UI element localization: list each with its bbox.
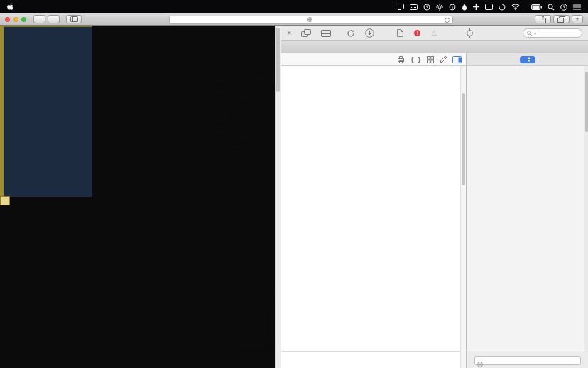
show-source-icon[interactable]: { } bbox=[410, 56, 421, 63]
filter-icon bbox=[477, 357, 483, 368]
close-window-button[interactable] bbox=[5, 17, 10, 22]
inspector-toolbar: × ! △ bbox=[281, 26, 588, 41]
web-inspector: × ! △ bbox=[281, 26, 588, 368]
wave-line bbox=[0, 200, 92, 281]
plus-shape bbox=[0, 283, 92, 360]
grid-box-red bbox=[232, 200, 275, 237]
plus-icon[interactable] bbox=[473, 4, 479, 10]
zigzag-box bbox=[189, 26, 275, 197]
grid-box-cyan-dot bbox=[189, 283, 229, 360]
minimize-window-button[interactable] bbox=[13, 17, 18, 22]
page-scrollbar-thumb[interactable] bbox=[276, 28, 280, 92]
sidebar-switcher bbox=[466, 53, 588, 66]
styles-filter-bar bbox=[467, 352, 588, 368]
screen: + bbox=[0, 0, 588, 368]
dom-tree-pane bbox=[281, 66, 466, 368]
clock-icon[interactable] bbox=[560, 4, 567, 11]
warning-count-badge[interactable]: △ bbox=[431, 30, 438, 36]
zigzag-lines bbox=[189, 26, 275, 197]
styles-rules bbox=[467, 66, 584, 352]
crosses-box bbox=[0, 283, 92, 360]
concentric-squares bbox=[232, 283, 275, 360]
inspector-search-field[interactable]: ▾ bbox=[523, 28, 582, 38]
styles-scrollbar-thumb[interactable] bbox=[585, 72, 588, 132]
close-inspector-button[interactable]: × bbox=[287, 29, 291, 37]
web-page-view bbox=[0, 26, 281, 368]
reload-page-icon[interactable] bbox=[347, 29, 355, 38]
details-sidebar-toggle-icon[interactable] bbox=[452, 56, 462, 63]
gear-icon[interactable] bbox=[436, 4, 443, 11]
sidebar-toggle-button[interactable] bbox=[66, 15, 82, 23]
dom-scrollbar-thumb[interactable] bbox=[462, 93, 465, 185]
display-icon[interactable] bbox=[396, 4, 404, 10]
inspector-nav-row: { } bbox=[281, 53, 588, 66]
title-box bbox=[95, 26, 186, 109]
grid-box-yellow bbox=[232, 239, 275, 280]
quick-console[interactable] bbox=[281, 351, 460, 362]
content-view-buttons: { } bbox=[397, 56, 462, 63]
dots-box bbox=[95, 112, 186, 197]
toolbar-right-buttons: + bbox=[535, 15, 583, 23]
element-highlight-tooltip bbox=[0, 196, 10, 205]
download-page-icon[interactable] bbox=[365, 28, 374, 38]
address-bar[interactable] bbox=[169, 16, 453, 24]
styles-sidebar bbox=[466, 66, 588, 368]
grid-box-purple bbox=[189, 239, 229, 280]
styles-tab-chevrons-icon bbox=[528, 57, 530, 62]
spotlight-icon[interactable] bbox=[548, 4, 555, 11]
grid-view-icon[interactable] bbox=[427, 56, 434, 63]
inspector-body bbox=[281, 66, 588, 368]
list-icon[interactable] bbox=[573, 4, 581, 10]
tab-overview-button[interactable] bbox=[553, 15, 570, 23]
dock-bottom-icon[interactable] bbox=[321, 30, 331, 37]
grid-box-squares bbox=[232, 283, 275, 360]
mini-dot bbox=[136, 178, 139, 181]
print-icon[interactable] bbox=[397, 56, 405, 63]
keyboard-icon[interactable] bbox=[410, 4, 418, 10]
breadcrumb: { } bbox=[281, 53, 466, 66]
drop-icon[interactable] bbox=[462, 4, 467, 11]
filter-styles-input[interactable] bbox=[474, 356, 581, 365]
share-button[interactable] bbox=[535, 15, 551, 23]
warning-icon: △ bbox=[431, 30, 436, 36]
styles-scrollbar[interactable] bbox=[584, 66, 588, 352]
new-tab-button[interactable]: + bbox=[572, 15, 583, 23]
window-controls bbox=[5, 17, 26, 22]
reload-icon[interactable] bbox=[444, 17, 450, 25]
grid-box-cyan bbox=[189, 200, 229, 237]
detach-icon[interactable] bbox=[301, 29, 311, 37]
tunnel-box bbox=[95, 200, 186, 360]
dom-scrollbar[interactable] bbox=[460, 66, 466, 368]
dom-tree bbox=[281, 66, 466, 68]
error-count-badge[interactable]: ! bbox=[414, 30, 423, 36]
wave-box bbox=[0, 200, 92, 281]
sync-icon[interactable] bbox=[423, 4, 430, 11]
page-scrollbar[interactable] bbox=[275, 26, 281, 368]
battery-icon[interactable] bbox=[531, 4, 542, 10]
menu-status-icons bbox=[396, 4, 581, 11]
search-icon bbox=[527, 31, 533, 36]
browser-toolbar: + bbox=[0, 13, 588, 26]
forward-button[interactable] bbox=[48, 15, 60, 23]
styles-tab[interactable] bbox=[520, 56, 535, 63]
element-picker-icon[interactable] bbox=[465, 28, 474, 38]
edit-icon[interactable] bbox=[440, 56, 447, 63]
error-icon: ! bbox=[414, 30, 420, 36]
swirl-icon[interactable] bbox=[499, 4, 506, 11]
site-icon bbox=[307, 17, 312, 22]
window-icon[interactable] bbox=[485, 4, 493, 10]
inspector-tab-bar bbox=[281, 41, 588, 53]
apple-icon[interactable] bbox=[7, 3, 14, 11]
tunnel-circles bbox=[95, 200, 186, 360]
back-button[interactable] bbox=[33, 15, 45, 23]
info-icon[interactable] bbox=[449, 4, 456, 11]
conveyor-belt-box bbox=[0, 26, 92, 197]
resource-count-badge[interactable] bbox=[397, 29, 405, 37]
small-dot bbox=[204, 323, 207, 326]
zoom-window-button[interactable] bbox=[21, 17, 26, 22]
wifi-icon[interactable] bbox=[511, 4, 520, 10]
menu-bar bbox=[0, 0, 588, 13]
